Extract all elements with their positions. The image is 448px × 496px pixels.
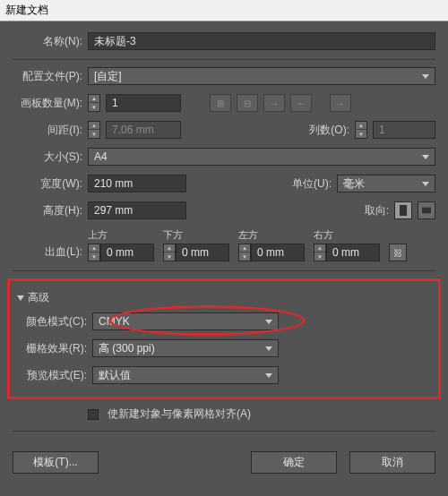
arrange-icon: → bbox=[330, 94, 351, 112]
row-rtl-icon: ← bbox=[290, 94, 312, 112]
svg-rect-1 bbox=[422, 208, 431, 214]
grid-by-col-icon: ⊟ bbox=[237, 94, 258, 112]
height-label: 高度(H): bbox=[13, 203, 82, 218]
size-label: 大小(S): bbox=[13, 150, 82, 165]
colormode-value: CMYK bbox=[99, 315, 130, 328]
orient-label: 取向: bbox=[330, 203, 389, 218]
link-bleed-icon[interactable]: ⛓ bbox=[389, 244, 407, 261]
raster-value: 高 (300 ppi) bbox=[99, 341, 155, 356]
bleed-left-header: 左方 bbox=[238, 228, 308, 242]
dialog-panel: 名称(N): 配置文件(P): [自定] 画板数量(M): ▲▼ ⊞ ⊟ → ←… bbox=[0, 21, 448, 474]
artboards-stepper[interactable]: ▲▼ bbox=[88, 94, 100, 112]
units-dropdown[interactable]: 毫米 bbox=[337, 175, 435, 192]
window-titlebar: 新建文档 bbox=[0, 0, 448, 21]
advanced-label: 高级 bbox=[28, 290, 49, 305]
bleed-bottom-stepper[interactable]: ▲▼ bbox=[163, 244, 176, 261]
artboards-label: 画板数量(M): bbox=[13, 96, 82, 111]
width-label: 宽度(W): bbox=[13, 176, 82, 192]
preview-value: 默认值 bbox=[99, 368, 131, 383]
grid-by-row-icon: ⊞ bbox=[210, 94, 231, 112]
profile-value: [自定] bbox=[94, 69, 122, 84]
bleed-bottom-input[interactable] bbox=[176, 244, 229, 261]
raster-dropdown[interactable]: 高 (300 ppi) bbox=[92, 339, 279, 357]
bleed-left-stepper[interactable]: ▲▼ bbox=[238, 244, 251, 261]
bleed-top-stepper[interactable]: ▲▼ bbox=[88, 244, 100, 261]
artboards-input[interactable] bbox=[106, 94, 181, 112]
align-pixel-label: 使新建对象与像素网格对齐(A) bbox=[108, 406, 251, 422]
width-input[interactable] bbox=[88, 175, 186, 192]
template-button[interactable]: 模板(T)... bbox=[13, 451, 99, 474]
name-label: 名称(N): bbox=[13, 34, 82, 49]
advanced-highlight-box: 高级 颜色模式(C): CMYK 栅格效果(R): 高 (300 ppi) 预览… bbox=[7, 278, 441, 399]
columns-stepper: ▲▼ bbox=[355, 121, 367, 139]
profile-dropdown[interactable]: [自定] bbox=[88, 67, 435, 85]
units-value: 毫米 bbox=[343, 176, 365, 192]
triangle-down-icon bbox=[17, 295, 24, 301]
bleed-label: 出血(L): bbox=[13, 244, 82, 260]
name-input[interactable] bbox=[88, 32, 435, 50]
preview-label: 预览模式(E): bbox=[17, 368, 87, 383]
align-pixel-checkbox[interactable] bbox=[88, 409, 99, 420]
colormode-dropdown[interactable]: CMYK bbox=[92, 312, 279, 330]
preview-dropdown[interactable]: 默认值 bbox=[92, 366, 279, 384]
landscape-icon[interactable] bbox=[418, 201, 435, 219]
height-input[interactable] bbox=[88, 201, 186, 219]
ok-button[interactable]: 确定 bbox=[251, 451, 337, 474]
portrait-icon[interactable] bbox=[394, 201, 412, 219]
bleed-right-stepper[interactable]: ▲▼ bbox=[314, 244, 326, 261]
units-label: 单位(U): bbox=[272, 176, 332, 192]
bleed-right-header: 右方 bbox=[314, 228, 383, 242]
advanced-disclosure[interactable]: 高级 bbox=[17, 290, 431, 305]
colormode-label: 颜色模式(C): bbox=[17, 314, 87, 329]
spacing-label: 间距(I): bbox=[13, 123, 82, 138]
bleed-left-input[interactable] bbox=[251, 244, 305, 261]
columns-label: 列数(O): bbox=[290, 123, 349, 138]
cancel-button[interactable]: 取消 bbox=[349, 451, 435, 474]
bleed-bottom-header: 下方 bbox=[163, 228, 233, 242]
profile-label: 配置文件(P): bbox=[13, 69, 82, 84]
size-value: A4 bbox=[94, 150, 108, 163]
bleed-top-header: 上方 bbox=[88, 228, 158, 242]
spacing-input bbox=[106, 121, 181, 139]
size-dropdown[interactable]: A4 bbox=[88, 148, 435, 166]
bleed-top-input[interactable] bbox=[100, 244, 154, 261]
row-ltr-icon: → bbox=[263, 94, 285, 112]
spacing-stepper: ▲▼ bbox=[88, 121, 100, 139]
columns-input bbox=[373, 121, 435, 139]
bleed-right-input[interactable] bbox=[326, 244, 380, 261]
raster-label: 栅格效果(R): bbox=[17, 341, 87, 356]
svg-rect-0 bbox=[400, 205, 407, 216]
